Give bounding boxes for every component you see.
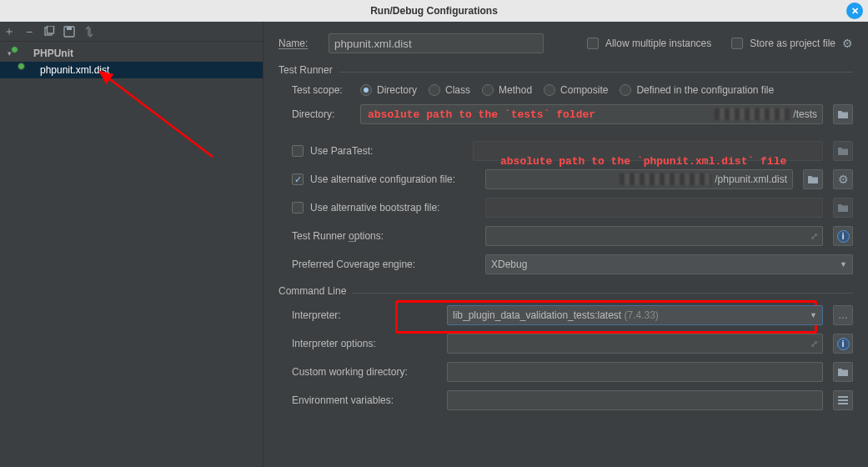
checkbox-icon[interactable]	[292, 145, 304, 157]
test-scope-label: Test scope:	[292, 84, 350, 96]
browse-folder-button[interactable]	[803, 169, 823, 189]
interpreter-options-input[interactable]: ⤢	[447, 334, 823, 354]
svg-rect-5	[838, 399, 848, 401]
paratest-input	[473, 141, 823, 161]
save-template-icon[interactable]	[63, 26, 75, 38]
phpunit-icon	[17, 48, 30, 58]
interpreter-dropdown[interactable]: lib_plugin_data_validation_tests:latest …	[447, 305, 823, 325]
tree-node-phpunit[interactable]: ▾ PHPUnit	[0, 45, 263, 62]
svg-rect-3	[67, 27, 72, 30]
chevron-down-icon: ▼	[840, 260, 847, 269]
checkbox-icon[interactable]	[587, 38, 599, 49]
browse-folder-button[interactable]	[833, 198, 853, 218]
settings-button[interactable]: ⚙	[833, 169, 853, 189]
checkbox-icon[interactable]	[292, 202, 304, 213]
use-alt-config-checkbox[interactable]: Use alternative configuration file:	[292, 173, 475, 185]
coverage-engine-label: Preferred Coverage engine:	[292, 259, 475, 270]
interpreter-value: lib_plugin_data_validation_tests:latest	[453, 309, 621, 321]
working-dir-label: Custom working directory:	[292, 366, 437, 378]
blurred-path	[715, 108, 790, 120]
radio-icon	[360, 84, 372, 96]
checkbox-icon[interactable]	[292, 173, 304, 185]
radio-icon	[429, 84, 440, 96]
test-runner-fieldset: Test Runner Test scope: Directory Class …	[278, 72, 853, 274]
copy-icon[interactable]	[43, 26, 55, 38]
annotation-tests-path: absolute path to the `tests` folder	[368, 108, 595, 121]
chevron-down-icon: ▼	[810, 311, 817, 319]
main-panel: Name: Allow multiple instances Store as …	[263, 22, 868, 467]
svg-rect-4	[838, 396, 848, 398]
svg-rect-1	[48, 26, 54, 33]
store-as-project-label: Store as project file	[750, 38, 835, 49]
radio-defined[interactable]: Defined in the configuration file	[620, 84, 774, 96]
interpreter-version: (7.4.33)	[625, 309, 659, 321]
svg-rect-6	[838, 403, 848, 404]
alt-config-label: Use alternative configuration file:	[310, 173, 455, 185]
edit-list-button[interactable]	[833, 390, 853, 410]
use-paratest-label: Use ParaTest:	[310, 145, 373, 157]
alt-config-suffix: /phpunit.xml.dist	[715, 173, 787, 185]
window-titlebar: Run/Debug Configurations ✕	[0, 0, 868, 22]
radio-class[interactable]: Class	[429, 84, 470, 96]
alt-config-input[interactable]: /phpunit.xml.dist	[485, 169, 793, 189]
sidebar-toolbar: ＋ −	[0, 22, 263, 42]
alt-bootstrap-input	[485, 198, 823, 218]
fieldset-title: Command Line	[278, 285, 353, 297]
store-as-project-file[interactable]: Store as project file ⚙	[731, 37, 853, 50]
coverage-engine-value: XDebug	[491, 259, 527, 270]
browse-folder-button[interactable]	[833, 141, 853, 161]
radio-icon	[482, 84, 494, 96]
allow-multiple-instances[interactable]: Allow multiple instances	[587, 38, 711, 49]
coverage-engine-dropdown[interactable]: XDebug ▼	[485, 254, 853, 274]
env-vars-label: Environment variables:	[292, 394, 437, 406]
blurred-path	[620, 173, 711, 185]
radio-icon	[544, 84, 555, 96]
info-button[interactable]: i	[833, 226, 853, 246]
gear-icon: ⚙	[838, 173, 849, 186]
radio-directory[interactable]: Directory	[360, 84, 417, 96]
runner-options-input[interactable]: ⤢	[485, 226, 823, 246]
info-icon: i	[837, 338, 850, 350]
allow-multiple-label: Allow multiple instances	[605, 38, 711, 49]
window-title: Run/Debug Configurations	[370, 5, 498, 17]
directory-suffix: /tests	[793, 108, 817, 120]
browse-folder-button[interactable]	[833, 362, 853, 382]
sort-icon[interactable]	[83, 26, 95, 38]
interpreter-options-label: Interpreter options:	[292, 338, 437, 349]
browse-folder-button[interactable]	[833, 104, 853, 124]
tree-node-label: PHPUnit	[33, 48, 73, 59]
command-line-fieldset: Command Line Interpreter: lib_plugin_dat…	[278, 293, 853, 410]
env-vars-input[interactable]	[447, 390, 823, 410]
use-paratest-checkbox[interactable]: Use ParaTest:	[292, 145, 373, 157]
tree-node-label: phpunit.xml.dist	[40, 64, 109, 76]
name-label: Name:	[278, 38, 320, 49]
tree-node-phpunit-dist[interactable]: phpunit.xml.dist	[0, 62, 263, 78]
expand-icon[interactable]: ⤢	[810, 231, 817, 242]
info-icon: i	[837, 230, 850, 243]
alt-bootstrap-label: Use alternative bootstrap file:	[310, 202, 439, 213]
directory-input[interactable]: absolute path to the `tests` folder /tes…	[360, 104, 823, 124]
directory-label: Directory:	[292, 108, 350, 120]
config-tree-sidebar: ＋ − ▾ PHPUnit phpunit.xml.dist	[0, 22, 263, 467]
browse-button[interactable]: …	[833, 305, 853, 325]
radio-composite[interactable]: Composite	[544, 84, 608, 96]
use-alt-bootstrap-checkbox[interactable]: Use alternative bootstrap file:	[292, 202, 475, 213]
add-icon[interactable]: ＋	[3, 26, 15, 38]
radio-icon	[620, 84, 631, 96]
test-scope-radios: Directory Class Method Composite Defined…	[360, 84, 774, 96]
working-dir-input[interactable]	[447, 362, 823, 382]
info-button[interactable]: i	[833, 334, 853, 354]
interpreter-label: Interpreter:	[292, 309, 437, 321]
expand-icon[interactable]: ⤢	[810, 339, 817, 349]
close-icon[interactable]: ✕	[846, 3, 863, 19]
radio-method[interactable]: Method	[482, 84, 532, 96]
phpunit-icon	[23, 65, 37, 75]
runner-options-label: Test Runner options:	[292, 230, 475, 242]
name-input[interactable]	[329, 33, 544, 53]
remove-icon[interactable]: −	[23, 26, 35, 38]
fieldset-title: Test Runner	[278, 64, 339, 76]
checkbox-icon[interactable]	[731, 38, 743, 49]
config-tree: ▾ PHPUnit phpunit.xml.dist	[0, 42, 263, 467]
gear-icon[interactable]: ⚙	[842, 37, 853, 50]
